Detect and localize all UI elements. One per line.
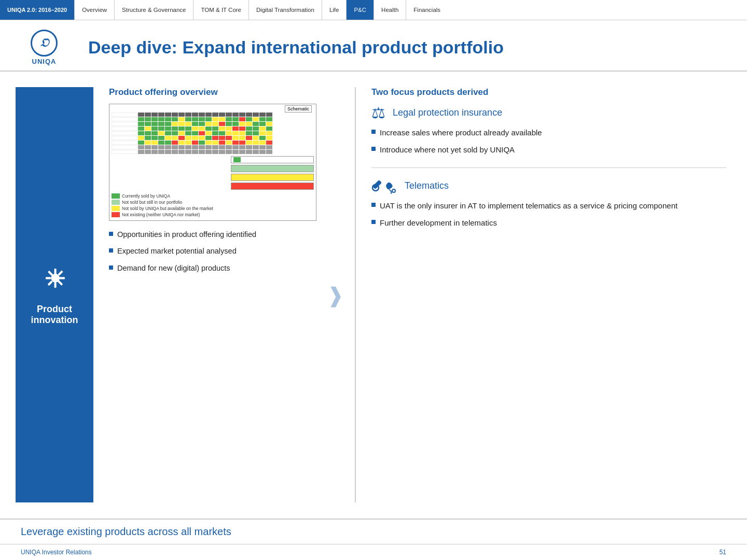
bullet-square-icon <box>109 248 113 253</box>
footer-page-number: 51 <box>720 549 726 556</box>
telematics-bullet-1: UAT is the only insurer in AT to impleme… <box>371 200 726 211</box>
nav-item-tom[interactable]: TOM & IT Core <box>193 0 248 20</box>
nav-item-pc[interactable]: P&C <box>346 0 374 20</box>
footer-left: UNIQA Investor Relations <box>21 549 92 556</box>
nav-item-health[interactable]: Health <box>374 0 406 20</box>
bullet-square-icon <box>109 265 113 270</box>
nav-item-structure[interactable]: Structure & Governance <box>114 0 193 20</box>
telematics-bullets: UAT is the only insurer in AT to impleme… <box>371 200 726 228</box>
telematics-icon <box>371 176 397 195</box>
innovation-label: Productinnovation <box>31 304 78 326</box>
schematic-chart: Schematic <box>109 104 316 221</box>
schematic-grid <box>112 113 314 154</box>
logo-text: UNIQA <box>32 58 57 65</box>
bottom-tagline: Leverage existing products across all ma… <box>0 519 747 544</box>
page-header: 𝔒 UNIQA Deep dive: Expand international … <box>0 20 747 72</box>
section-divider <box>371 167 726 168</box>
bullet-square-icon <box>371 147 376 151</box>
legal-protection-bullets: Increase sales where product already ava… <box>371 127 726 155</box>
legal-protection-title: Legal protection insurance <box>393 107 502 118</box>
top-navigation: UNIQA 2.0: 2016–2020 Overview Structure … <box>0 0 747 20</box>
page-title: Deep dive: Expand international product … <box>88 37 504 58</box>
bulb-icon: ☀ <box>44 264 66 293</box>
nav-brand[interactable]: UNIQA 2.0: 2016–2020 <box>0 0 74 20</box>
svg-point-2 <box>392 189 395 192</box>
nav-item-overview[interactable]: Overview <box>74 0 114 20</box>
legal-bullet-1: Increase sales where product already ava… <box>371 127 726 138</box>
schematic-label: Schematic <box>285 105 312 113</box>
vertical-divider <box>355 87 356 502</box>
bullet-square-icon <box>109 232 113 236</box>
telematics-bullet-2: Further development in telematics <box>371 217 726 228</box>
bullet-square-icon <box>371 203 376 207</box>
middle-bullet-list: Opportunities in product offering identi… <box>109 229 316 273</box>
main-content: ☀ Productinnovation Product offering ove… <box>0 72 747 502</box>
bullet-square-icon <box>371 130 376 134</box>
schematic-legend: Currently sold by UNIQA Not sold but sti… <box>112 193 314 217</box>
nav-item-life[interactable]: Life <box>322 0 347 20</box>
product-offering-title: Product offering overview <box>109 87 316 97</box>
right-panel: Two focus products derived ⚖ Legal prote… <box>366 87 726 502</box>
middle-panel: Product offering overview Schematic <box>109 87 327 502</box>
middle-bullet-1: Opportunities in product offering identi… <box>109 229 316 240</box>
telematics-section: Telematics UAT is the only insurer in AT… <box>371 176 726 228</box>
arrow-container: ❱ <box>327 87 344 502</box>
telematics-header: Telematics <box>371 176 726 195</box>
logo-symbol: 𝔒 <box>40 36 49 50</box>
middle-bullet-3: Demand for new (digital) products <box>109 263 316 273</box>
legal-bullet-2: Introduce where not yet sold by UNIQA <box>371 144 726 155</box>
logo: 𝔒 UNIQA <box>16 30 73 65</box>
right-arrow-icon: ❱ <box>327 283 344 307</box>
middle-bullet-2: Expected market potential analysed <box>109 246 316 256</box>
nav-item-financials[interactable]: Financials <box>406 0 448 20</box>
bullet-square-icon <box>371 220 376 224</box>
left-innovation-panel: ☀ Productinnovation <box>16 87 93 502</box>
two-focus-title: Two focus products derived <box>371 87 726 97</box>
page-footer: UNIQA Investor Relations 51 <box>0 544 747 560</box>
nav-item-digital[interactable]: Digital Transformation <box>248 0 322 20</box>
legal-protection-section: ⚖ Legal protection insurance Increase sa… <box>371 104 726 155</box>
telematics-title: Telematics <box>405 180 449 191</box>
legal-protection-header: ⚖ Legal protection insurance <box>371 104 726 122</box>
logo-circle: 𝔒 <box>31 30 58 57</box>
scale-icon: ⚖ <box>371 104 385 122</box>
